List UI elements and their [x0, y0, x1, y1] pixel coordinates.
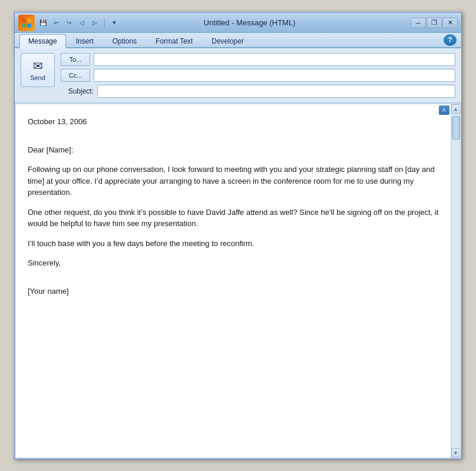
ribbon-tab-bar: Message Insert Options Format Text Devel… [15, 33, 461, 48]
body-paragraph-1: Following up on our phone conversation, … [28, 164, 439, 198]
svg-rect-0 [22, 18, 27, 23]
customize-quick-access-btn[interactable]: ▼ [108, 17, 120, 29]
email-body-wrapper: A October 13, 2006 Dear [Name]: Followin… [15, 103, 461, 459]
send-icon: ✉ [33, 59, 43, 73]
email-body-container: A October 13, 2006 Dear [Name]: Followin… [16, 104, 460, 457]
body-closing: Sincerely, [28, 257, 439, 269]
undo-quick-btn[interactable]: ↩ [50, 17, 62, 29]
body-date: October 13, 2006 [28, 116, 439, 128]
send-label: Send [30, 74, 45, 81]
tab-format-text[interactable]: Format Text [147, 34, 201, 47]
back-quick-btn[interactable]: ◁ [76, 17, 88, 29]
to-button[interactable]: To... [61, 53, 90, 66]
body-paragraph-3: I’ll touch base with you a few days befo… [28, 238, 439, 250]
subject-row: Subject: [61, 85, 455, 98]
email-fields: To... Cc... Subject: [61, 53, 455, 98]
scroll-track[interactable] [451, 114, 461, 448]
minimize-button[interactable]: ─ [411, 18, 426, 28]
scroll-down-button[interactable]: ▼ [451, 448, 461, 457]
save-quick-btn[interactable]: 💾 [37, 17, 49, 29]
subject-label: Subject: [61, 87, 94, 95]
email-body-content[interactable]: October 13, 2006 Dear [Name]: Following … [16, 104, 451, 457]
subject-input[interactable] [97, 85, 455, 98]
restore-button[interactable]: ❐ [427, 18, 442, 28]
outlook-message-window: 💾 ↩ ↪ ◁ ▷ ▼ Untitled - Message (HTML) ─ … [14, 12, 462, 459]
to-input[interactable] [94, 53, 455, 66]
tab-developer[interactable]: Developer [203, 34, 253, 47]
tab-insert[interactable]: Insert [67, 34, 103, 47]
svg-rect-3 [27, 24, 31, 28]
scroll-up-button[interactable]: ▲ [451, 104, 461, 114]
cc-input[interactable] [94, 69, 455, 82]
send-button[interactable]: ✉ Send [21, 53, 55, 87]
body-paragraph-2: One other request, do you think it’s pos… [28, 207, 439, 230]
quick-access-separator [104, 18, 105, 28]
cc-row: Cc... [61, 69, 455, 82]
to-row: To... [61, 53, 455, 66]
email-header: ✉ Send To... Cc... Subject: [15, 48, 461, 103]
format-icon[interactable]: A [439, 105, 449, 115]
title-bar: 💾 ↩ ↪ ◁ ▷ ▼ Untitled - Message (HTML) ─ … [15, 13, 461, 33]
window-controls: ─ ❐ ✕ [411, 18, 458, 28]
cc-button[interactable]: Cc... [61, 69, 90, 82]
office-logo [18, 15, 35, 31]
close-button[interactable]: ✕ [442, 18, 458, 28]
quick-access-toolbar: 💾 ↩ ↪ ◁ ▷ ▼ [37, 17, 120, 29]
svg-rect-1 [27, 18, 31, 22]
vertical-scrollbar[interactable]: ▲ ▼ [451, 104, 460, 457]
body-signature: [Your name] [28, 286, 439, 297]
svg-rect-2 [22, 24, 26, 28]
help-button[interactable]: ? [444, 34, 457, 46]
forward-quick-btn[interactable]: ▷ [89, 17, 101, 29]
scroll-thumb[interactable] [452, 116, 460, 140]
body-greeting: Dear [Name]: [28, 144, 439, 156]
tab-options[interactable]: Options [104, 34, 146, 47]
tab-message[interactable]: Message [19, 34, 66, 48]
redo-quick-btn[interactable]: ↪ [63, 17, 75, 29]
window-title: Untitled - Message (HTML) [124, 18, 375, 27]
